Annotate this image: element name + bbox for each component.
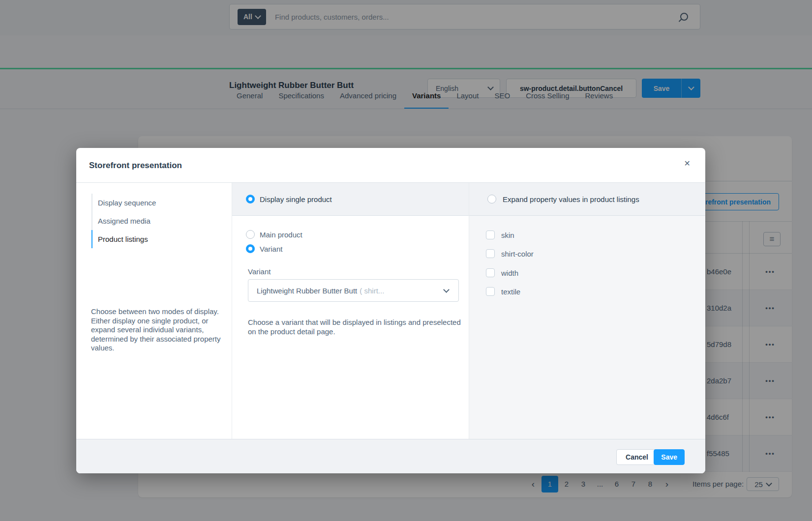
expand-properties-header[interactable]: Expand property values in product listin…: [469, 183, 705, 216]
property-option-skin[interactable]: skin: [486, 231, 514, 239]
main-product-label: Main product: [260, 231, 302, 239]
checkbox-skin[interactable]: [486, 231, 495, 239]
property-option-shirt-color[interactable]: shirt-color: [486, 249, 534, 258]
modal-footer: Cancel Save: [76, 439, 705, 473]
radio-variant[interactable]: [246, 244, 255, 253]
expand-properties-label: Expand property values in product listin…: [503, 195, 639, 203]
variant-select[interactable]: Lightweight Rubber Butter Butt ( shirt..…: [248, 279, 459, 302]
expand-properties-column: Expand property values in product listin…: [469, 183, 705, 439]
variant-helper-text: Choose a variant that will be displayed …: [248, 318, 463, 336]
nav-item-display-sequence[interactable]: Display sequence: [91, 194, 156, 212]
radio-main-product[interactable]: [246, 230, 255, 239]
modal-save-button[interactable]: Save: [654, 449, 685, 465]
checkbox-textile[interactable]: [486, 287, 495, 296]
variant-select-value-muted: ( shirt...: [360, 287, 384, 295]
modal-header: Storefront presentation ✕: [76, 148, 705, 183]
option-variant[interactable]: Variant: [246, 244, 282, 253]
nav-item-assigned-media[interactable]: Assigned media: [91, 212, 156, 230]
checkbox-shirt-color[interactable]: [486, 249, 495, 258]
single-product-label: Display single product: [260, 195, 332, 203]
property-label: width: [501, 269, 518, 277]
variant-option-label: Variant: [260, 245, 282, 253]
app-root: All Find products, customers, orders... …: [0, 0, 812, 521]
chevron-down-icon: [443, 287, 450, 293]
variant-field-label: Variant: [248, 267, 271, 276]
nav-item-product-listings[interactable]: Product listings: [91, 230, 156, 248]
modal-nav: Display sequence Assigned media Product …: [91, 194, 156, 248]
property-label: shirt-color: [501, 250, 534, 258]
single-product-header[interactable]: Display single product: [232, 183, 469, 216]
modal-title: Storefront presentation: [89, 148, 182, 183]
storefront-presentation-modal: Storefront presentation ✕ Display sequen…: [76, 148, 705, 473]
modal-sidebar: Display sequence Assigned media Product …: [76, 183, 232, 439]
property-label: skin: [501, 231, 514, 239]
radio-display-single-product[interactable]: [246, 195, 255, 203]
modal-cancel-button[interactable]: Cancel: [616, 449, 658, 465]
property-option-width[interactable]: width: [486, 268, 518, 277]
property-label: textile: [501, 288, 520, 296]
radio-expand-properties[interactable]: [487, 195, 496, 203]
property-option-textile[interactable]: textile: [486, 287, 520, 296]
mode-description: Choose between two modes of display. Eit…: [91, 307, 225, 353]
close-icon[interactable]: ✕: [684, 160, 691, 168]
variant-select-value: Lightweight Rubber Butter Butt: [257, 287, 357, 295]
single-product-column: Display single product Main product Vari…: [232, 183, 469, 439]
option-main-product[interactable]: Main product: [246, 230, 302, 239]
checkbox-width[interactable]: [486, 268, 495, 277]
